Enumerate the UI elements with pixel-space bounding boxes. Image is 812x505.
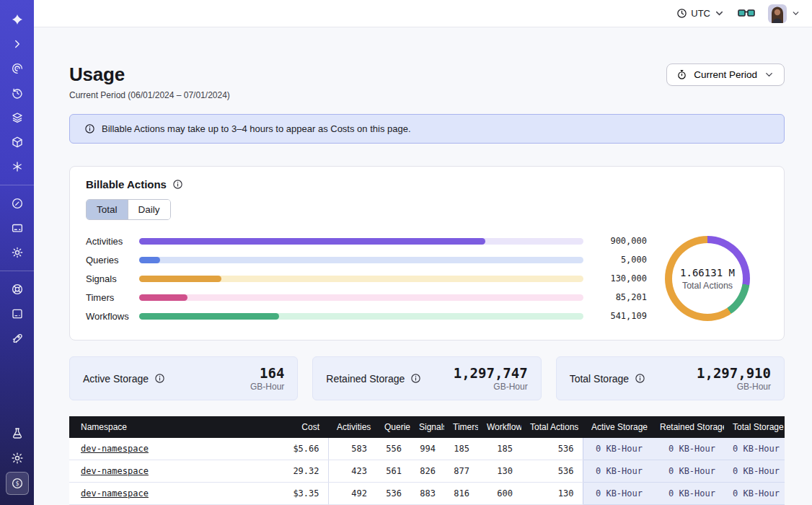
- namespace-usage-table: Namespace Cost Activities Queries Signal…: [69, 416, 785, 505]
- cell-queries: 561: [376, 460, 410, 483]
- nexus-icon[interactable]: [6, 58, 28, 79]
- total-storage-card: Total Storage 1,297,910 GB-Hour: [556, 356, 785, 400]
- namespace-link[interactable]: dev-namespace: [81, 466, 149, 476]
- stopwatch-icon: [676, 69, 687, 80]
- table-header-row: Namespace Cost Activities Queries Signal…: [69, 416, 785, 438]
- cell-retained-storage: 0 KB-Hour: [651, 483, 724, 505]
- cell-active-storage: 0 KB-Hour: [583, 483, 651, 505]
- cell-signals: 826: [410, 460, 444, 483]
- col-header-total-actions[interactable]: Total Actions: [521, 416, 583, 438]
- timezone-label: UTC: [691, 8, 710, 19]
- labs-icon[interactable]: [6, 423, 28, 444]
- settings-icon[interactable]: [6, 242, 28, 263]
- info-icon[interactable]: [635, 373, 645, 384]
- info-icon[interactable]: [410, 373, 421, 384]
- bar-value: 85,201: [591, 292, 647, 302]
- bar-label: Queries: [86, 255, 132, 265]
- col-header-workflows[interactable]: Workflows: [478, 416, 521, 438]
- col-header-active-storage[interactable]: Active Storage: [583, 416, 651, 438]
- namespace-link[interactable]: dev-namespace: [81, 444, 149, 454]
- billing-icon[interactable]: [6, 217, 28, 239]
- cell-retained-storage: 0 KB-Hour: [651, 460, 724, 483]
- cell-workflows: 185: [478, 438, 521, 460]
- bar-label: Signals: [86, 273, 132, 284]
- col-header-queries[interactable]: Queries: [376, 416, 410, 438]
- cost-icon[interactable]: $: [6, 472, 29, 495]
- bar-label: Workflows: [86, 311, 132, 322]
- table-row: dev-namespace $3.35 492 536 883 816 600 …: [69, 483, 785, 505]
- user-menu[interactable]: [768, 4, 800, 23]
- period-selector-button[interactable]: Current Period: [666, 63, 785, 86]
- col-header-total-storage[interactable]: Total Storage: [724, 416, 785, 438]
- billable-actions-card: Billable Actions Total Daily Activities …: [69, 166, 785, 341]
- cell-active-storage: 0 KB-Hour: [583, 438, 651, 460]
- bar-row-timers: Timers 85,201: [86, 288, 647, 307]
- page-title: Usage: [69, 63, 230, 85]
- support-icon[interactable]: [6, 278, 28, 300]
- info-icon[interactable]: [154, 373, 165, 384]
- namespace-link[interactable]: dev-namespace: [81, 488, 149, 499]
- active-storage-card: Active Storage 164 GB-Hour: [69, 356, 298, 400]
- deployments-icon[interactable]: [6, 131, 28, 153]
- bar-fill: [139, 294, 187, 301]
- topbar: UTC: [34, 0, 812, 27]
- billable-actions-title: Billable Actions: [86, 178, 167, 190]
- bar-value: 900,000: [591, 236, 647, 246]
- cell-timers: 877: [444, 460, 478, 483]
- table-row: dev-namespace 29.32 423 561 826 877 130 …: [69, 460, 785, 483]
- cell-activities: 492: [328, 483, 376, 505]
- sidebar-divider: [0, 271, 34, 271]
- col-header-timers[interactable]: Timers: [444, 416, 478, 438]
- bar-label: Activities: [86, 236, 132, 247]
- cell-cost: $3.35: [264, 483, 328, 505]
- donut-total-value: 1.66131 M: [680, 267, 735, 278]
- cell-signals: 883: [410, 483, 444, 505]
- donut-total-label: Total Actions: [682, 281, 733, 291]
- col-header-retained-storage[interactable]: Retained Storage: [651, 416, 724, 438]
- schedules-icon[interactable]: [6, 82, 28, 104]
- storage-card-value: 1,297,910: [697, 365, 771, 381]
- total-daily-tabs: Total Daily: [86, 199, 171, 220]
- avatar: [768, 4, 787, 23]
- bar-track: [139, 257, 583, 263]
- bar-row-queries: Queries 5,000: [86, 250, 647, 269]
- sidebar: $: [0, 0, 34, 505]
- release-notes-icon[interactable]: [6, 303, 28, 325]
- col-header-cost[interactable]: Cost: [264, 416, 328, 438]
- col-header-activities[interactable]: Activities: [328, 416, 376, 438]
- sidebar-divider: [0, 185, 34, 185]
- tab-daily[interactable]: Daily: [128, 200, 170, 219]
- batch-operations-icon[interactable]: [6, 156, 28, 177]
- cell-total-storage: 0 KB-Hour: [724, 460, 785, 483]
- col-header-namespace[interactable]: Namespace: [69, 416, 264, 438]
- bar-chart: Activities 900,000 Queries 5,000 Signals…: [86, 232, 647, 325]
- tab-total[interactable]: Total: [87, 200, 128, 219]
- theme-toggle-icon[interactable]: [6, 447, 28, 469]
- usage-icon[interactable]: [6, 193, 28, 214]
- billable-actions-chart: Activities 900,000 Queries 5,000 Signals…: [86, 232, 768, 325]
- cell-total-actions: 536: [521, 460, 583, 483]
- bar-track: [139, 276, 583, 282]
- bar-track: [139, 313, 583, 320]
- storage-card-value: 164: [250, 365, 284, 381]
- bar-fill: [139, 313, 279, 320]
- temporal-logo-icon[interactable]: [6, 9, 28, 30]
- chevron-down-icon: [791, 9, 800, 18]
- bar-value: 130,000: [591, 273, 647, 284]
- current-period-subtitle: Current Period (06/01/2024 – 07/01/2024): [69, 90, 230, 100]
- bar-row-signals: Signals 130,000: [86, 269, 647, 288]
- col-header-signals[interactable]: Signals: [410, 416, 444, 438]
- storage-card-label: Retained Storage: [326, 373, 405, 385]
- chevron-down-icon: [714, 8, 725, 19]
- info-icon[interactable]: [172, 179, 183, 190]
- storage-card-unit: GB-Hour: [454, 382, 528, 392]
- cell-total-actions: 130: [521, 483, 583, 505]
- timezone-selector[interactable]: UTC: [676, 8, 725, 19]
- namespaces-icon[interactable]: [6, 107, 28, 128]
- expand-sidebar-icon[interactable]: [6, 33, 28, 55]
- feedback-glasses-icon[interactable]: [738, 7, 755, 20]
- info-icon: [84, 123, 95, 134]
- getting-started-icon[interactable]: [6, 328, 28, 349]
- cell-active-storage: 0 KB-Hour: [583, 460, 651, 483]
- banner-text: Billable Actions may take up to 3–4 hour…: [102, 123, 411, 134]
